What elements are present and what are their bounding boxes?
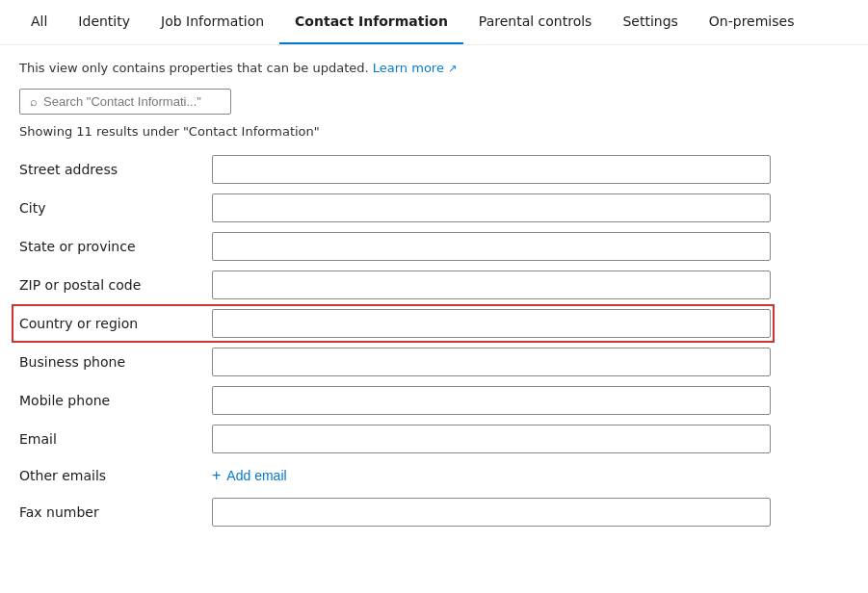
- field-label-email: Email: [19, 420, 212, 458]
- field-input-fax-number[interactable]: [212, 498, 771, 527]
- field-row-zip-postal: ZIP or postal code: [19, 266, 849, 304]
- results-text: Showing 11 results under "Contact Inform…: [19, 124, 849, 139]
- learn-more-link[interactable]: Learn more ↗︎: [373, 61, 458, 75]
- field-label-mobile-phone: Mobile phone: [19, 381, 212, 420]
- add-email-button[interactable]: + Add email: [212, 463, 287, 488]
- tab-identity[interactable]: Identity: [63, 0, 145, 44]
- tab-all[interactable]: All: [15, 0, 63, 44]
- search-box[interactable]: ⌕: [19, 89, 231, 115]
- form-table: Street address City State or province ZI…: [19, 150, 849, 531]
- field-row-mobile-phone: Mobile phone: [19, 381, 849, 420]
- field-label-city: City: [19, 189, 212, 227]
- field-row-state-province: State or province: [19, 227, 849, 266]
- field-label-country-region: Country or region: [19, 316, 138, 331]
- plus-icon: +: [212, 467, 221, 484]
- tab-bar: All Identity Job Information Contact Inf…: [0, 0, 868, 45]
- field-label-street-address: Street address: [19, 150, 212, 189]
- field-input-business-phone[interactable]: [212, 348, 771, 376]
- tab-settings[interactable]: Settings: [607, 0, 693, 44]
- tab-contact-information[interactable]: Contact Information: [279, 0, 463, 44]
- field-row-business-phone: Business phone: [19, 343, 849, 381]
- info-bar-text: This view only contains properties that …: [19, 61, 369, 75]
- field-input-email[interactable]: [212, 425, 771, 453]
- field-label-other-emails: Other emails: [19, 458, 212, 493]
- field-label-fax-number: Fax number: [19, 493, 212, 531]
- field-row-fax-number: Fax number: [19, 493, 849, 531]
- field-row-country-region: Country or region: [19, 304, 849, 343]
- tab-on-premises[interactable]: On-premises: [694, 0, 810, 44]
- external-link-icon: ↗︎: [448, 63, 457, 75]
- field-row-other-emails: Other emails + Add email: [19, 458, 849, 493]
- info-bar: This view only contains properties that …: [19, 61, 849, 75]
- field-input-state-province[interactable]: [212, 232, 771, 261]
- field-input-country-region[interactable]: [212, 309, 771, 338]
- field-label-state-province: State or province: [19, 227, 212, 266]
- main-content: This view only contains properties that …: [0, 45, 868, 547]
- field-input-street-address[interactable]: [212, 155, 771, 184]
- field-input-mobile-phone[interactable]: [212, 386, 771, 415]
- field-row-street-address: Street address: [19, 150, 849, 189]
- add-email-label: Add email: [226, 468, 286, 483]
- field-input-zip-postal[interactable]: [212, 271, 771, 299]
- field-label-zip-postal: ZIP or postal code: [19, 266, 212, 304]
- search-input[interactable]: [43, 94, 221, 109]
- field-label-business-phone: Business phone: [19, 343, 212, 381]
- field-input-city[interactable]: [212, 193, 771, 222]
- tab-parental-controls[interactable]: Parental controls: [463, 0, 608, 44]
- field-row-city: City: [19, 189, 849, 227]
- field-row-email: Email: [19, 420, 849, 458]
- search-icon: ⌕: [30, 94, 38, 109]
- tab-job-information[interactable]: Job Information: [145, 0, 279, 44]
